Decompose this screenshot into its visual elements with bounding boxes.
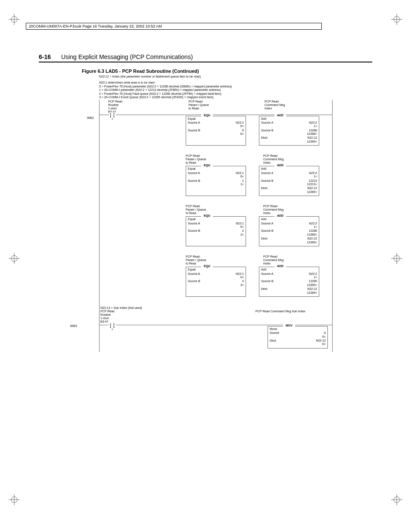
equ-tag: EQU (201, 164, 213, 167)
page-number: 6-16 (39, 53, 51, 60)
row-label: Source B (261, 179, 274, 183)
sub-value: 1< (261, 276, 317, 279)
sub-value: 0< (188, 132, 244, 136)
mov-tag: MOV (283, 324, 295, 327)
sub-value: 0< (270, 335, 326, 339)
row-label: Source B (261, 280, 274, 283)
add-label: PCP Read Command Msg Index (265, 100, 332, 114)
mov-label: PCP Read Command Msg Sub Index (255, 310, 324, 324)
row-label: Source (270, 331, 279, 335)
sub-value: 12288< (261, 132, 317, 136)
value: 1 (242, 179, 244, 183)
value: 0 (242, 129, 244, 132)
mov-title: Move (270, 327, 326, 331)
sub-value: 12289< (261, 291, 317, 295)
rung-0003: N22:13 = Sub Index (Not used) PCP Read R… (100, 306, 332, 348)
register-mark-icon (390, 252, 403, 265)
row-label: Source A (188, 121, 200, 124)
add-block: ADD Add Source AN22:2 1< Source B12213 1… (259, 166, 319, 196)
value: N22:1 (236, 171, 244, 175)
page-header: 6-16 Using Explicit Messaging (PCP Commu… (39, 53, 372, 62)
row-label: Source A (261, 222, 273, 225)
branch-1: EQU Equal Source AN22:1 0< Source B0 0< … (186, 116, 332, 146)
add-tag: ADD (274, 164, 286, 167)
note-line: 0 = PowerFlex 70 (Host) parameter (N22:2… (99, 85, 372, 88)
branch-3: PCP Read Param / Queue to Read PCP Read … (100, 205, 332, 246)
sub-value: 1< (261, 124, 317, 128)
value: N22:13 (316, 339, 326, 342)
row-label: Source B (261, 229, 274, 233)
row-label: Source B (261, 129, 274, 132)
sub-value: 12289< (261, 140, 317, 143)
add-label: PCP Read Command Msg Index (263, 255, 332, 265)
value: N22:12 (307, 187, 317, 190)
value: 12213 (309, 179, 317, 183)
mov-block: MOV Move Source0 0< DestN22:13 0< (268, 326, 328, 348)
equ-label: PCP Read Param / Queue to Read (188, 100, 265, 114)
equ-tag: EQU (201, 114, 213, 117)
add-label: PCP Read Command Msg Index (263, 154, 332, 165)
sub-value: 12213< (261, 183, 317, 186)
value: N22:1 (236, 121, 244, 124)
value: N22:1 (236, 272, 244, 276)
contact-label: PCP Read Routine 1-shot B3:47 (100, 310, 182, 324)
figure-caption: Figure 6.3 LAD5 - PCP Read Subroutine (C… (82, 68, 372, 74)
sub-value: 0< (188, 225, 244, 229)
note-line: 2 = PowerFlex 70 (Host) Fault queue (N22… (99, 92, 372, 96)
equ-tag: EQU (201, 214, 213, 218)
row-label: Source A (261, 121, 273, 124)
page: 20COMM-UM007A-EN-P.book Page 16 Tuesday,… (0, 0, 411, 532)
value: N22:12 (307, 287, 317, 291)
row-label: Dest (261, 136, 267, 140)
value: N22:12 (307, 136, 317, 140)
register-mark-icon (390, 493, 403, 506)
add-block: ADD Add Source AN22:2 1< Source B12280 1… (259, 216, 319, 246)
equ-tag: EQU (201, 264, 213, 268)
contact-label: PCP Read Routine 1-shot B3:47 (108, 100, 188, 114)
value: 12288 (309, 129, 317, 132)
value: N22:2 (309, 121, 317, 124)
equ-title: Equal (188, 117, 244, 121)
equ-block: EQU Equal Source AN22:1 0< Source B2 2< (186, 216, 246, 246)
row-label: Source B (188, 229, 200, 233)
xic-contact-icon: ] [1 (109, 112, 116, 118)
row-label: Source A (188, 171, 200, 175)
sub-value: 0< (188, 276, 244, 279)
sub-value: 12280< (261, 233, 317, 236)
equ-label: PCP Read Param / Queue to Read (186, 255, 263, 265)
add-title: Add (261, 167, 317, 171)
value: N22:1 (236, 222, 244, 225)
sub-value: 0< (188, 175, 244, 178)
register-mark-icon (8, 13, 21, 26)
equ-block: EQU Equal Source AN22:1 0< Source B0 0< (186, 116, 246, 146)
add-label: PCP Read Command Msg Index (263, 205, 332, 215)
sub-value: 3< (188, 283, 244, 287)
sub-value: 1< (188, 183, 244, 186)
page-title: Using Explicit Messaging (PCP Communicat… (61, 53, 193, 60)
add-block: ADD Add Source AN22:2 1< Source B12288 1… (259, 116, 319, 146)
sub-value: 0< (270, 342, 326, 346)
row-label: Source B (188, 280, 200, 283)
value: 2 (242, 229, 244, 233)
value: N22:2 (309, 171, 317, 175)
add-title: Add (261, 218, 317, 221)
add-tag: ADD (274, 264, 286, 268)
intro-text: N22:12 = Index (the parameter number or … (99, 75, 372, 78)
equ-title: Equal (188, 268, 244, 271)
value: 12280 (309, 229, 317, 233)
sub-value: 1< (261, 175, 317, 178)
row-label: Dest (261, 287, 267, 291)
value: N22:2 (309, 222, 317, 225)
add-title: Add (261, 117, 317, 121)
row-label: Source B (188, 129, 200, 132)
sub-value: 2< (188, 233, 244, 236)
note-line: 3 = 20-COMM-I Event Queue (N22:2 + 12205… (99, 96, 372, 99)
row-label: Source A (188, 222, 200, 225)
value: N22:2 (309, 272, 317, 276)
equ-label: PCP Read Param / Queue to Read (186, 154, 263, 165)
sub-value: 12289< (261, 190, 317, 194)
add-tag: ADD (274, 114, 286, 117)
add-title: Add (261, 268, 317, 271)
row-label: Source B (188, 179, 200, 183)
register-mark-icon (8, 252, 21, 265)
